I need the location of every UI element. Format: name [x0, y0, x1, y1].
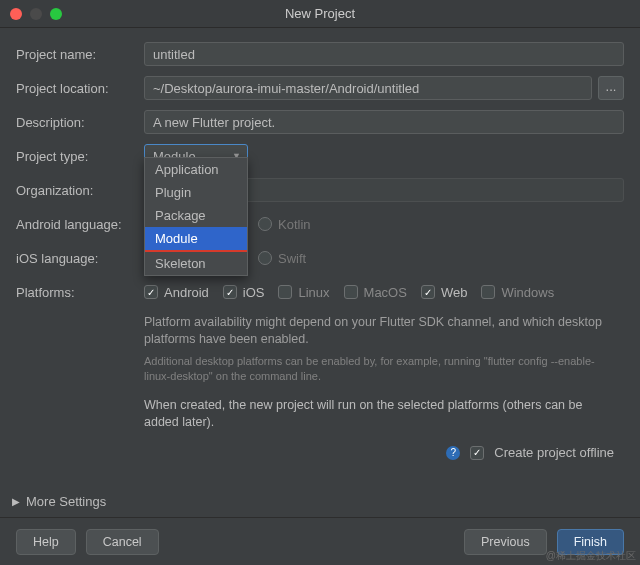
project-type-dropdown: ApplicationPluginPackageModuleSkeleton	[144, 157, 248, 276]
project-type-option[interactable]: Application	[145, 158, 247, 181]
label-project-location: Project location:	[16, 81, 144, 96]
platform-checkbox[interactable]	[144, 285, 158, 299]
platform-availability-note: Platform availability might depend on yo…	[144, 314, 624, 348]
project-name-input[interactable]	[144, 42, 624, 66]
platform-hint-note: Additional desktop platforms can be enab…	[144, 354, 624, 384]
label-organization: Organization:	[16, 183, 144, 198]
project-type-option[interactable]: Package	[145, 204, 247, 227]
chevron-right-icon: ▶	[12, 496, 20, 507]
platform-item: iOS	[223, 285, 265, 300]
window-title: New Project	[0, 6, 640, 21]
platform-label: Web	[441, 285, 468, 300]
create-offline-label: Create project offline	[494, 445, 614, 460]
platform-item: Linux	[278, 285, 329, 300]
platform-checkbox[interactable]	[344, 285, 358, 299]
label-platforms: Platforms:	[16, 285, 144, 300]
form-content: Project name: Project location: ... Desc…	[0, 28, 640, 460]
android-lang-kotlin-radio[interactable]	[258, 217, 272, 231]
platform-checkbox[interactable]	[278, 285, 292, 299]
created-note: When created, the new project will run o…	[144, 397, 624, 431]
help-button[interactable]: Help	[16, 529, 76, 555]
label-project-type: Project type:	[16, 149, 144, 164]
more-settings-toggle[interactable]: ▶ More Settings	[12, 494, 106, 509]
label-ios-language: iOS language:	[16, 251, 144, 266]
cancel-button[interactable]: Cancel	[86, 529, 159, 555]
footer: Help Cancel Previous Finish	[0, 517, 640, 565]
project-type-option[interactable]: Skeleton	[145, 252, 247, 275]
platform-item: Android	[144, 285, 209, 300]
label-description: Description:	[16, 115, 144, 130]
label-project-name: Project name:	[16, 47, 144, 62]
watermark: @稀土掘金技术社区	[546, 549, 636, 563]
ios-lang-swift-radio[interactable]	[258, 251, 272, 265]
help-icon[interactable]: ?	[446, 446, 460, 460]
create-offline-checkbox[interactable]	[470, 446, 484, 460]
ios-lang-swift-label: Swift	[278, 251, 306, 266]
platform-label: Linux	[298, 285, 329, 300]
platform-item: MacOS	[344, 285, 407, 300]
project-type-option[interactable]: Module	[145, 227, 247, 252]
description-input[interactable]	[144, 110, 624, 134]
previous-button[interactable]: Previous	[464, 529, 547, 555]
platform-checkbox[interactable]	[421, 285, 435, 299]
platform-label: Windows	[501, 285, 554, 300]
more-settings-label: More Settings	[26, 494, 106, 509]
platform-label: Android	[164, 285, 209, 300]
label-android-language: Android language:	[16, 217, 144, 232]
zoom-icon[interactable]	[50, 8, 62, 20]
minimize-icon[interactable]	[30, 8, 42, 20]
platform-label: MacOS	[364, 285, 407, 300]
project-location-input[interactable]	[144, 76, 592, 100]
platform-item: Windows	[481, 285, 554, 300]
platform-item: Web	[421, 285, 468, 300]
project-type-option[interactable]: Plugin	[145, 181, 247, 204]
browse-button[interactable]: ...	[598, 76, 624, 100]
close-icon[interactable]	[10, 8, 22, 20]
titlebar: New Project	[0, 0, 640, 28]
platform-checkbox[interactable]	[481, 285, 495, 299]
platforms-group: AndroidiOSLinuxMacOSWebWindows	[144, 285, 624, 300]
platform-checkbox[interactable]	[223, 285, 237, 299]
window-controls	[10, 8, 62, 20]
platform-label: iOS	[243, 285, 265, 300]
android-lang-kotlin-label: Kotlin	[278, 217, 311, 232]
